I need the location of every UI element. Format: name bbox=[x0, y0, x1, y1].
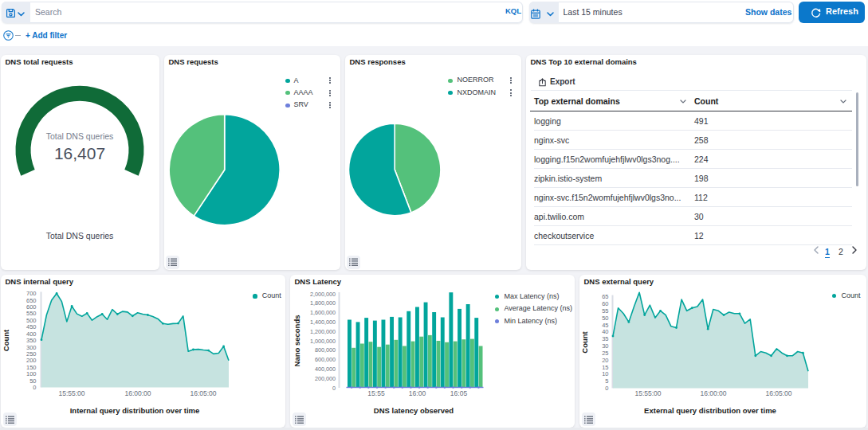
svg-text:1,600,000: 1,600,000 bbox=[310, 309, 336, 316]
svg-text:500: 500 bbox=[26, 317, 37, 324]
svg-text:200,000: 200,000 bbox=[315, 375, 336, 382]
svg-text:650: 650 bbox=[26, 297, 37, 304]
svg-text:50: 50 bbox=[29, 377, 36, 385]
svg-text:450: 450 bbox=[26, 323, 37, 330]
svg-text:150: 150 bbox=[26, 364, 37, 371]
svg-text:16:00:00: 16:00:00 bbox=[700, 389, 726, 397]
svg-text:2,000,000: 2,000,000 bbox=[310, 291, 336, 298]
svg-text:550: 550 bbox=[26, 310, 37, 317]
svg-text:16:00:00: 16:00:00 bbox=[124, 389, 151, 397]
svg-text:15:55:00: 15:55:00 bbox=[58, 389, 84, 397]
svg-text:400,000: 400,000 bbox=[315, 366, 336, 373]
svg-text:300: 300 bbox=[26, 344, 37, 351]
svg-text:30: 30 bbox=[602, 342, 608, 350]
svg-text:0: 0 bbox=[605, 385, 608, 392]
svg-text:Total DNS queries: Total DNS queries bbox=[46, 131, 114, 141]
svg-text:Total DNS queries: Total DNS queries bbox=[46, 231, 114, 240]
svg-text:45: 45 bbox=[602, 322, 608, 329]
svg-text:350: 350 bbox=[26, 337, 37, 344]
svg-text:65: 65 bbox=[602, 293, 608, 300]
svg-text:External query distribution ov: External query distribution over time bbox=[644, 406, 776, 415]
svg-text:55: 55 bbox=[602, 307, 608, 315]
svg-text:700: 700 bbox=[26, 290, 37, 297]
svg-text:200: 200 bbox=[26, 357, 37, 364]
svg-text:16:00: 16:00 bbox=[409, 389, 426, 397]
svg-text:20: 20 bbox=[602, 357, 608, 364]
svg-text:Count: Count bbox=[580, 330, 589, 353]
svg-text:50: 50 bbox=[602, 315, 608, 322]
svg-text:15:55:00: 15:55:00 bbox=[634, 389, 661, 397]
svg-text:Count: Count bbox=[2, 329, 10, 351]
svg-text:15: 15 bbox=[602, 364, 608, 371]
svg-text:600: 600 bbox=[26, 303, 37, 311]
svg-text:Internal query distribution ov: Internal query distribution over time bbox=[70, 406, 200, 415]
svg-text:0: 0 bbox=[33, 384, 36, 391]
svg-text:800,000: 800,000 bbox=[315, 346, 336, 354]
svg-text:400: 400 bbox=[26, 330, 37, 338]
svg-text:100: 100 bbox=[26, 370, 37, 377]
svg-text:250: 250 bbox=[26, 350, 37, 358]
svg-text:10: 10 bbox=[602, 370, 608, 377]
svg-text:15:55: 15:55 bbox=[367, 389, 385, 397]
svg-text:1,000,000: 1,000,000 bbox=[310, 338, 336, 345]
svg-text:16,407: 16,407 bbox=[54, 144, 105, 162]
svg-text:DNS latency observed: DNS latency observed bbox=[374, 406, 454, 415]
svg-text:60: 60 bbox=[602, 300, 608, 307]
svg-text:1,800,000: 1,800,000 bbox=[310, 299, 336, 307]
svg-text:600,000: 600,000 bbox=[315, 356, 336, 363]
svg-text:5: 5 bbox=[605, 377, 608, 385]
svg-text:1,200,000: 1,200,000 bbox=[310, 328, 336, 335]
svg-text:0: 0 bbox=[332, 385, 336, 392]
svg-text:16:05: 16:05 bbox=[450, 389, 468, 397]
svg-text:1,400,000: 1,400,000 bbox=[310, 319, 336, 326]
svg-text:40: 40 bbox=[602, 328, 608, 335]
svg-text:25: 25 bbox=[602, 350, 608, 357]
svg-text:16:05:00: 16:05:00 bbox=[190, 389, 216, 397]
svg-text:Nano seconds: Nano seconds bbox=[293, 315, 301, 367]
svg-text:16:05:00: 16:05:00 bbox=[765, 389, 791, 397]
svg-text:35: 35 bbox=[602, 335, 608, 342]
